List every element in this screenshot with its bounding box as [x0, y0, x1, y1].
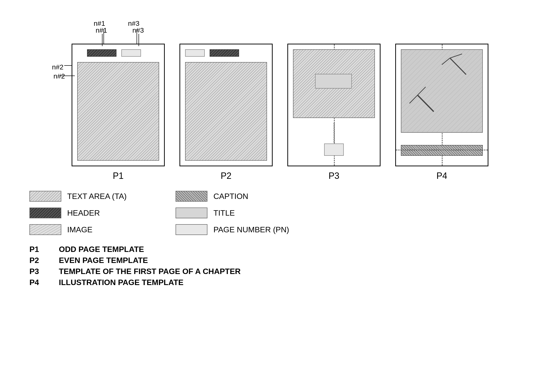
p3-frame — [287, 44, 381, 166]
p3-label: P3 — [329, 171, 339, 181]
desc-key-p2: P2 — [29, 256, 49, 265]
annot-n2-line — [60, 76, 75, 76]
desc-key-p4: P4 — [29, 278, 49, 287]
page-diagram-p3: P3 — [287, 20, 381, 181]
p3-title — [315, 74, 352, 89]
legend-label-text-area: TEXT AREA (TA) — [67, 192, 127, 201]
p2-frame — [179, 44, 273, 166]
legend-item-header: HEADER — [29, 208, 127, 218]
p1-frame — [72, 44, 165, 166]
annotation-line-n2 — [64, 65, 72, 66]
legend-label-header: HEADER — [67, 209, 100, 218]
p1-text-area — [77, 62, 159, 161]
annot-n1-line — [102, 34, 102, 46]
desc-val-p4: ILLUSTRATION PAGE TEMPLATE — [59, 278, 183, 287]
p4-dashed-h — [396, 150, 488, 150]
svg-rect-2 — [401, 50, 482, 132]
p3-page-number — [324, 144, 344, 156]
legend-left: TEXT AREA (TA) HEADER IMAGE — [29, 191, 127, 235]
annot-n2-text: n#2 — [53, 72, 65, 80]
desc-item-p1: P1 ODD PAGE TEMPLATE — [29, 245, 545, 254]
p4-caption — [401, 145, 483, 156]
main-container: n#1 n#3 n#2 P1 — [0, 0, 560, 392]
p3-dashed-connector — [334, 123, 334, 143]
annotation-n2: n#2 — [52, 63, 64, 71]
p1-page-number — [121, 49, 141, 57]
legend-right: CAPTION TITLE PAGE NUMBER (PN) — [176, 191, 289, 235]
p2-label: P2 — [221, 171, 231, 181]
page-diagram-p1: n#1 n#3 n#2 P1 — [72, 20, 165, 181]
desc-item-p3: P3 TEMPLATE OF THE FIRST PAGE OF A CHAPT… — [29, 267, 545, 276]
p4-frame — [395, 44, 488, 166]
p1-header — [87, 49, 116, 57]
legend-section: TEXT AREA (TA) HEADER IMAGE CAPTION TITL… — [29, 191, 545, 235]
desc-val-p3: TEMPLATE OF THE FIRST PAGE OF A CHAPTER — [59, 267, 241, 276]
legend-box-image — [29, 224, 61, 235]
page-diagram-p4: P4 — [395, 20, 488, 181]
legend-label-caption: CAPTION — [213, 192, 248, 201]
legend-label-title: TITLE — [213, 209, 235, 218]
legend-item-page-number: PAGE NUMBER (PN) — [176, 224, 289, 235]
legend-box-header — [29, 208, 61, 218]
legend-box-caption — [176, 191, 207, 202]
pages-row: n#1 n#3 n#2 P1 — [15, 20, 545, 181]
p2-header — [210, 49, 239, 57]
desc-val-p1: ODD PAGE TEMPLATE — [59, 245, 144, 254]
legend-item-caption: CAPTION — [176, 191, 289, 202]
annot-n3-text: n#3 — [132, 26, 144, 34]
p4-sketch-svg — [401, 50, 482, 132]
desc-key-p1: P1 — [29, 245, 49, 254]
desc-val-p2: EVEN PAGE TEMPLATE — [59, 256, 148, 265]
p2-text-area — [185, 62, 267, 161]
p1-label: P1 — [113, 171, 124, 181]
description-section: P1 ODD PAGE TEMPLATE P2 EVEN PAGE TEMPLA… — [29, 245, 545, 289]
desc-key-p3: P3 — [29, 267, 49, 276]
p4-label: P4 — [436, 171, 447, 181]
legend-box-text-area — [29, 191, 61, 202]
p2-page-number — [185, 49, 205, 57]
legend-item-text-area: TEXT AREA (TA) — [29, 191, 127, 202]
annot-n3-line — [139, 34, 139, 46]
legend-item-image: IMAGE — [29, 224, 127, 235]
legend-item-title: TITLE — [176, 208, 289, 218]
annot-n1-text: n#1 — [96, 26, 107, 34]
page-diagram-p2: P2 — [179, 20, 273, 181]
legend-box-title — [176, 208, 207, 218]
legend-label-image: IMAGE — [67, 225, 92, 234]
desc-item-p2: P2 EVEN PAGE TEMPLATE — [29, 256, 545, 265]
p4-image-area — [401, 49, 483, 133]
legend-box-page-number — [176, 224, 207, 235]
legend-label-page-number: PAGE NUMBER (PN) — [213, 225, 289, 234]
desc-item-p4: P4 ILLUSTRATION PAGE TEMPLATE — [29, 278, 545, 287]
